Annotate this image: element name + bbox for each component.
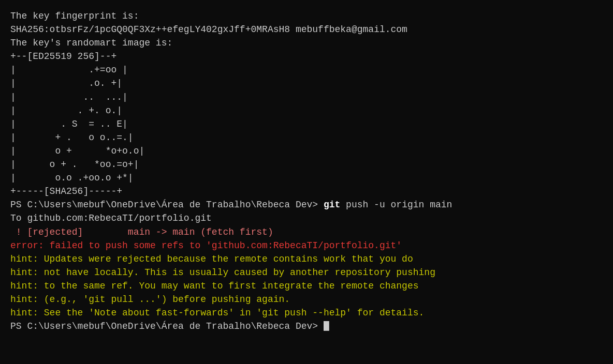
terminal-text-segment: The key's randomart image is: [10,38,172,48]
terminal-line-14: +-----[SHA256]-----+ [10,185,603,198]
terminal-line-13: | o.o .+oo.o +*| [10,171,603,185]
terminal-text-segment: | .o. +| [10,78,122,88]
terminal-line-3: The key's randomart image is: [10,36,603,50]
terminal-text-segment: hint: (e.g., 'git pull ...') before push… [10,294,290,305]
terminal-line-18: error: failed to push some refs to 'gith… [10,239,603,252]
terminal-text-segment: | o.o .+oo.o +*| [10,173,134,183]
terminal-text-segment: git [324,200,340,210]
terminal-text-segment: error: failed to push some refs to 'gith… [10,240,402,251]
terminal-line-15: PS C:\Users\mebuf\OneDrive\Área de Traba… [10,198,603,211]
terminal-text-segment: █ [324,321,329,331]
terminal-text-segment: PS C:\Users\mebuf\OneDrive\Área de Traba… [10,321,324,331]
terminal-text-segment: hint: See the 'Note about fast-forwards'… [10,308,424,318]
terminal-text-segment: hint: Updates were rejected because the … [10,254,413,264]
terminal-text-segment: +--[ED25519 256]--+ [10,51,116,62]
terminal-line-23: hint: See the 'Note about fast-forwards'… [10,306,603,320]
terminal-text-segment: +-----[SHA256]-----+ [10,186,122,196]
terminal-line-12: | o + . *oo.=o+| [10,158,603,171]
terminal-text-segment: To github.com:RebecaTI/portfolio.git [10,213,212,223]
terminal-text-segment: | + . o o..=.| [10,132,134,143]
terminal-line-17: ! [rejected] main -> main (fetch first) [10,225,603,239]
terminal-text-segment: | o + . *oo.=o+| [10,159,139,170]
terminal-text-segment: The key fingerprint is: [10,11,139,21]
terminal-text-segment: | o + *o+o.o| [10,146,144,156]
terminal-line-4: +--[ED25519 256]--+ [10,50,603,63]
terminal-line-16: To github.com:RebecaTI/portfolio.git [10,211,603,225]
terminal-text-segment: | .+=oo | [10,65,128,75]
terminal-text-segment: | . S = .. E| [10,119,128,129]
terminal-window: The key fingerprint is:SHA256:otbsrFz/1p… [10,9,603,355]
terminal-text-segment: | . +. o.| [10,105,122,116]
terminal-text-segment: push -u origin main [340,200,452,210]
terminal-line-1: The key fingerprint is: [10,9,603,23]
terminal-line-6: | .o. +| [10,77,603,90]
terminal-line-2: SHA256:otbsrFz/1pcGQ0QF3Xz++efegLY402gxJ… [10,23,603,36]
terminal-line-24: PS C:\Users\mebuf\OneDrive\Área de Traba… [10,320,603,333]
terminal-text-segment: hint: not have locally. This is usually … [10,267,435,278]
terminal-line-22: hint: (e.g., 'git pull ...') before push… [10,293,603,306]
terminal-line-20: hint: not have locally. This is usually … [10,266,603,279]
terminal-line-19: hint: Updates were rejected because the … [10,252,603,266]
terminal-text-segment: PS C:\Users\mebuf\OneDrive\Área de Traba… [10,200,324,210]
terminal-line-5: | .+=oo | [10,63,603,77]
terminal-line-7: | .. ...| [10,90,603,104]
terminal-text-segment: | .. ...| [10,92,128,102]
terminal-text-segment: ! [rejected] main -> main (fetch first) [10,227,273,237]
terminal-line-11: | o + *o+o.o| [10,144,603,158]
terminal-line-8: | . +. o.| [10,104,603,117]
terminal-text-segment: hint: to the same ref. You may want to f… [10,281,419,291]
terminal-line-9: | . S = .. E| [10,117,603,131]
terminal-line-21: hint: to the same ref. You may want to f… [10,279,603,293]
terminal-line-10: | + . o o..=.| [10,131,603,144]
terminal-text-segment: SHA256:otbsrFz/1pcGQ0QF3Xz++efegLY402gxJ… [10,24,407,35]
